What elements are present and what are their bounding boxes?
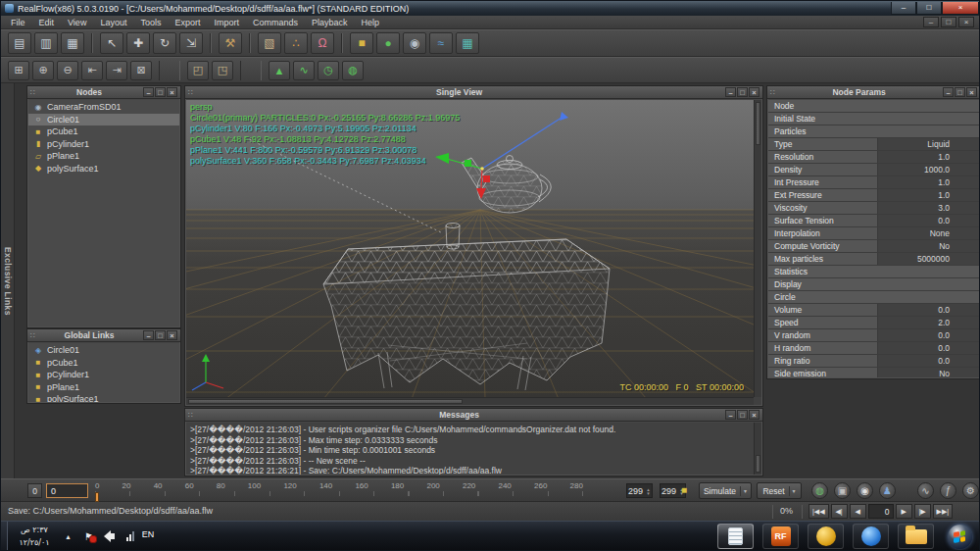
panel-grip-icon[interactable]: ∷: [30, 331, 35, 340]
panel-maximize-button[interactable]: □: [737, 87, 748, 97]
param-value[interactable]: 1.0: [878, 176, 979, 188]
param-volume[interactable]: Volume 0.0: [768, 304, 979, 316]
viewport-vscrollbar[interactable]: [754, 100, 761, 397]
panel-close-button[interactable]: ×: [167, 87, 177, 97]
param-value[interactable]: 3.0: [878, 202, 979, 214]
viewport-hscrollbar[interactable]: [186, 397, 754, 405]
scrollbar-thumb[interactable]: [188, 399, 463, 404]
node-item[interactable]: ▮ pCylinder1: [28, 138, 179, 151]
move-tool-icon[interactable]: ✚: [126, 32, 150, 54]
curves-icon[interactable]: ∿: [917, 482, 934, 499]
reset-button[interactable]: Reset ▾: [757, 482, 802, 499]
param-value[interactable]: 0.0: [878, 329, 979, 341]
jump-to-end-button[interactable]: ▶▶|: [933, 504, 954, 519]
taskbar-app-browser[interactable]: [853, 524, 889, 549]
param-max-particles[interactable]: Max particles 5000000: [768, 253, 979, 265]
param-section-circle[interactable]: Circle: [768, 291, 979, 303]
param-interpolation[interactable]: Interpolation None: [768, 227, 979, 239]
panel-grip-icon[interactable]: ∷: [188, 411, 193, 420]
param-value[interactable]: No: [878, 240, 979, 252]
network-icon[interactable]: [123, 529, 136, 543]
global-link-icon[interactable]: ⇥: [106, 61, 127, 80]
spin-down-icon[interactable]: ▾: [647, 491, 650, 495]
param-value[interactable]: 5000000: [878, 253, 979, 265]
remove-link-icon[interactable]: ⊖: [57, 61, 78, 80]
current-frame-field[interactable]: 0: [46, 483, 88, 498]
range-lock-icon[interactable]: ■: [681, 484, 687, 495]
single-view-header[interactable]: ∷ Single View – □ ×: [185, 86, 762, 99]
reset-dropdown-arrow[interactable]: ▾: [789, 486, 796, 496]
realwave-icon[interactable]: ≈: [429, 32, 453, 54]
link-item[interactable]: ■ pPlane1: [28, 381, 179, 394]
open-scene-icon[interactable]: ▥: [34, 32, 58, 54]
exclusive-link-icon[interactable]: ⇤: [81, 61, 103, 80]
panel-undock-button[interactable]: –: [725, 87, 736, 97]
panel-close-button[interactable]: ×: [749, 87, 760, 97]
param-value[interactable]: 2.0: [878, 317, 979, 328]
close-button[interactable]: ×: [942, 2, 979, 15]
global-display-icon[interactable]: ◍: [811, 482, 828, 499]
node-params-header[interactable]: ∷ Node Params – □ ×: [767, 86, 980, 99]
global-links-panel-header[interactable]: ∷ Global Links – □ ×: [27, 329, 180, 342]
panel-undock-button[interactable]: –: [943, 87, 954, 97]
objects-icon[interactable]: ●: [376, 32, 400, 54]
param-density[interactable]: Density 1000.0: [768, 164, 979, 175]
menu-item[interactable]: View: [61, 16, 93, 28]
save-scene-icon[interactable]: ▦: [61, 32, 84, 54]
local-display-icon[interactable]: ▣: [834, 482, 851, 499]
param-value[interactable]: Liquid: [878, 138, 979, 150]
jump-to-start-button[interactable]: |◀◀: [808, 504, 829, 519]
param-section-display[interactable]: Display: [768, 278, 979, 290]
taskbar-app-notepad[interactable]: [717, 524, 754, 549]
link-item[interactable]: ◈ Circle01: [28, 344, 179, 357]
panel-grip-icon[interactable]: ∷: [770, 88, 775, 97]
timeline-cursor[interactable]: [95, 492, 99, 502]
mdi-restore-button[interactable]: □: [941, 17, 956, 27]
param-value[interactable]: 1.0: [878, 151, 979, 163]
menu-item[interactable]: Layout: [93, 16, 133, 28]
taskbar-app-explorer[interactable]: [898, 524, 934, 549]
anchor-tool-icon[interactable]: ⚒: [219, 32, 242, 54]
param-ring-ratio[interactable]: Ring ratio 0.0: [768, 355, 979, 367]
character-icon[interactable]: ♟: [879, 482, 896, 499]
param-type[interactable]: Type Liquid: [768, 138, 979, 150]
param-value[interactable]: 1000.0: [878, 164, 979, 175]
param-value[interactable]: 0.0: [878, 304, 979, 316]
node-item[interactable]: ■ pCube1: [28, 125, 179, 138]
play-backward-button[interactable]: ◀: [850, 504, 866, 519]
step-forward-button[interactable]: |▶: [914, 504, 931, 519]
menu-item[interactable]: Commands: [246, 16, 305, 28]
language-indicator[interactable]: EN: [138, 529, 158, 539]
link-options-icon[interactable]: ⊠: [130, 61, 152, 80]
network-preview-icon[interactable]: ◍: [342, 61, 364, 80]
menu-item[interactable]: Tools: [133, 16, 168, 28]
link-item[interactable]: ■ pCube1: [28, 357, 179, 370]
simulate-dropdown-arrow[interactable]: ▾: [740, 486, 747, 496]
nodes-panel-header[interactable]: ∷ Nodes – □ ×: [27, 86, 180, 99]
panel-close-button[interactable]: ×: [966, 87, 977, 97]
max-frame-field[interactable]: 299 ▴▾: [626, 483, 653, 498]
param-value[interactable]: 0.0: [878, 342, 979, 354]
title-bar[interactable]: RealFlow(x86) 5.0.3.0190 - [C:/Users/Moh…: [1, 1, 979, 16]
scale-tool-icon[interactable]: ⇲: [179, 32, 203, 54]
messages-vscrollbar[interactable]: [754, 423, 761, 475]
select-tool-icon[interactable]: ↖: [100, 32, 123, 54]
param-v-random[interactable]: V random 0.0: [768, 329, 979, 341]
visibility-icon[interactable]: ◉: [857, 482, 873, 499]
panel-maximize-button[interactable]: □: [155, 330, 166, 340]
export-icon[interactable]: ◳: [212, 61, 233, 80]
step-back-button[interactable]: ◀|: [831, 504, 848, 519]
param-resolution[interactable]: Resolution 1.0: [768, 151, 979, 163]
node-item[interactable]: ◆ polySurface1: [28, 163, 179, 175]
import-icon[interactable]: ◰: [187, 61, 209, 80]
mdi-close-button[interactable]: ×: [958, 17, 974, 27]
panel-undock-button[interactable]: –: [143, 330, 154, 340]
panel-grip-icon[interactable]: ∷: [188, 88, 193, 97]
playback-frame-field[interactable]: 0: [868, 504, 894, 519]
taskbar-app-realflow[interactable]: RF: [762, 524, 799, 549]
param-side-emission[interactable]: Side emission No: [768, 368, 979, 377]
node-item[interactable]: ○ Circle01: [28, 114, 179, 126]
expressions-icon[interactable]: ƒ: [940, 482, 956, 499]
node-item[interactable]: ◉ CameraFromSD01: [28, 101, 179, 114]
daemons-icon[interactable]: Ω: [311, 32, 334, 54]
